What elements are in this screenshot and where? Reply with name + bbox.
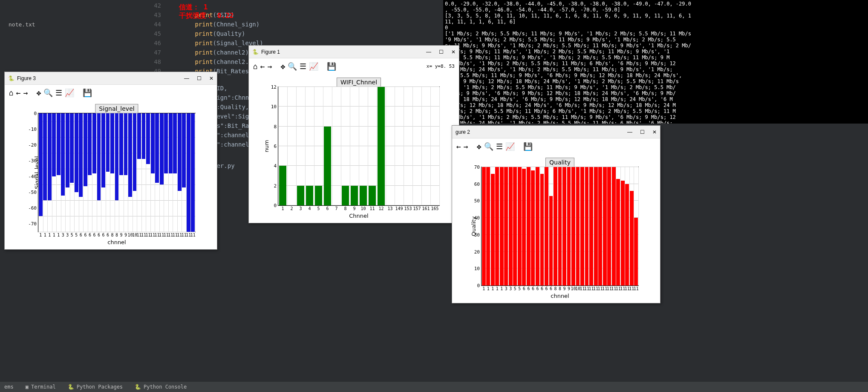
bar [297,186,305,205]
bar [603,167,607,285]
bar [178,113,182,191]
forward-icon[interactable]: → [268,62,272,71]
bar [164,113,168,173]
bar [101,113,105,187]
figure-window-2[interactable]: gure 2 — ☐ ✕ ← → ✥ 🔍 ☰ 📈 💾 Quality Quali… [452,125,660,303]
bar [482,167,486,285]
bar [155,113,159,183]
bar [66,113,69,187]
close-icon[interactable]: ✕ [209,75,213,81]
bar [124,113,128,175]
bar [594,167,598,285]
bottombar-item[interactable]: ems [4,384,14,390]
bar [369,186,376,205]
home-icon[interactable]: ⌂ [253,62,258,71]
bar [92,113,96,173]
coord-readout: x= y=8. 53 [427,63,455,69]
bar [558,167,562,285]
bar [133,113,137,191]
figure-window-3[interactable]: 🐍Figure 3 — ☐ ✕ ⌂ ← → ✥ 🔍 ☰ 📈 💾 Signal_l… [4,72,217,250]
bar [607,167,611,285]
bar [137,113,141,159]
figure-titlebar[interactable]: 🐍Figure 1 — ☐ ✕ [249,46,459,58]
python-icon: 🐍 [8,75,14,81]
bar [191,113,195,232]
bar [324,127,332,205]
minimize-icon[interactable]: — [426,49,431,55]
bottombar-packages[interactable]: 🐍 Python Packages [68,384,123,390]
bar [571,167,575,285]
back-icon[interactable]: ← [16,88,21,97]
close-icon[interactable]: ✕ [652,129,657,135]
axes-icon[interactable]: 📈 [505,142,515,151]
zoom-icon[interactable]: 🔍 [288,62,297,71]
plot-xlabel: chnnel [107,239,126,245]
save-icon[interactable]: 💾 [523,142,533,151]
bar [545,167,548,285]
configure-icon[interactable]: ☰ [300,62,306,71]
maximize-icon[interactable]: ☐ [197,75,202,81]
save-icon[interactable]: 💾 [327,62,336,71]
forward-icon[interactable]: → [464,142,468,151]
bar [142,113,146,159]
figure-titlebar[interactable]: 🐍Figure 3 — ☐ ✕ [5,72,217,85]
bar [513,167,517,285]
bar [500,167,504,285]
figure-titlebar[interactable]: gure 2 — ☐ ✕ [452,126,660,138]
close-icon[interactable]: ✕ [451,49,456,55]
axes-icon[interactable]: 📈 [65,88,74,97]
bar [360,186,367,205]
figure-canvas: Quality Quality chnnel 010203040506070 1… [452,154,660,303]
pan-icon[interactable]: ✥ [477,142,482,151]
zoom-icon[interactable]: 🔍 [484,142,493,151]
pan-icon[interactable]: ✥ [281,62,285,71]
figure-toolbar: ⌂ ← → ✥ 🔍 ☰ 📈 💾 x= y=8. 53 [249,58,459,74]
maximize-icon[interactable]: ☐ [439,49,444,55]
forward-icon[interactable]: → [23,88,28,97]
axes-icon[interactable]: 📈 [309,62,318,71]
back-icon[interactable]: ← [260,62,265,71]
bar [589,167,593,285]
bar [491,174,495,285]
bar [549,196,553,285]
configure-icon[interactable]: ☰ [496,142,503,151]
minimize-icon[interactable]: — [627,129,632,135]
bar [70,113,74,183]
figure-title-text: gure 2 [456,129,470,135]
bar [39,113,43,216]
ide-bottom-bar: ems ▣ Terminal 🐍 Python Packages 🐍 Pytho… [0,382,868,392]
figure-toolbar: ← → ✥ 🔍 ☰ 📈 💾 [452,138,660,154]
figure-canvas: Signal_level Signal_level chnnel 0-10-20… [5,100,217,249]
bar [486,167,490,285]
back-icon[interactable]: ← [456,142,461,151]
bar [160,113,164,184]
pan-icon[interactable]: ✥ [37,88,41,97]
figure-window-1[interactable]: 🐍Figure 1 — ☐ ✕ ⌂ ← → ✥ 🔍 ☰ 📈 💾 x= y=8. … [248,45,459,223]
bottombar-console[interactable]: 🐍 Python Console [135,384,187,390]
bar [580,167,584,285]
bar [84,113,87,186]
home-icon[interactable]: ⌂ [9,88,14,97]
minimize-icon[interactable]: — [184,75,189,81]
zoom-icon[interactable]: 🔍 [43,88,53,97]
overlay-interference: 干扰强度： 0.22 [179,11,234,20]
bar [576,167,580,285]
project-file[interactable]: note.txt [9,21,145,28]
configure-icon[interactable]: ☰ [55,88,62,97]
bar [57,113,61,175]
save-icon[interactable]: 💾 [83,88,92,97]
bottombar-terminal[interactable]: ▣ Terminal [26,384,56,390]
maximize-icon[interactable]: ☐ [640,129,645,135]
python-icon: 🐍 [252,49,259,55]
plot-xlabel: chnnel [551,293,569,299]
bar [79,113,83,197]
bar [351,186,358,205]
bar [598,167,602,285]
bar [43,113,47,200]
bar [495,167,499,285]
bar [536,167,539,285]
bar [616,179,620,285]
bar [612,167,616,285]
bar [119,113,123,175]
output-terminal[interactable]: 0.0, -29.0, -32.0, -38.0, -44.0, -45.0, … [443,0,868,124]
